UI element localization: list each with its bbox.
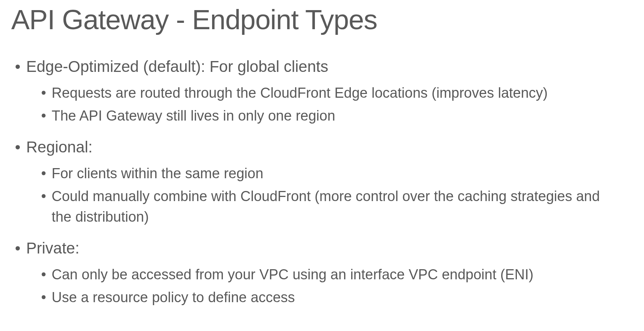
bullet-l2: Can only be accessed from your VPC using…: [11, 264, 633, 285]
section-regional: Regional: For clients within the same re…: [11, 137, 633, 227]
section-edge-optimized: Edge-Optimized (default): For global cli…: [11, 56, 633, 126]
bullet-l2: Use a resource policy to define access: [11, 287, 633, 308]
section-private: Private: Can only be accessed from your …: [11, 238, 633, 308]
bullet-list: Edge-Optimized (default): For global cli…: [11, 56, 633, 308]
bullet-l2: Could manually combine with CloudFront (…: [11, 186, 633, 227]
bullet-lead: Regional:: [26, 138, 92, 156]
bullet-lead: Edge-Optimized (default):: [26, 58, 209, 75]
bullet-l1: Edge-Optimized (default): For global cli…: [11, 56, 633, 78]
bullet-l2: The API Gateway still lives in only one …: [11, 106, 633, 126]
bullet-l2: Requests are routed through the CloudFro…: [11, 83, 633, 103]
bullet-l1: Private:: [11, 238, 633, 259]
bullet-l1: Regional:: [11, 137, 633, 158]
bullet-rest: For global clients: [209, 58, 328, 75]
slide-title: API Gateway - Endpoint Types: [11, 4, 633, 36]
bullet-l2: For clients within the same region: [11, 163, 633, 184]
bullet-lead: Private:: [26, 239, 79, 257]
